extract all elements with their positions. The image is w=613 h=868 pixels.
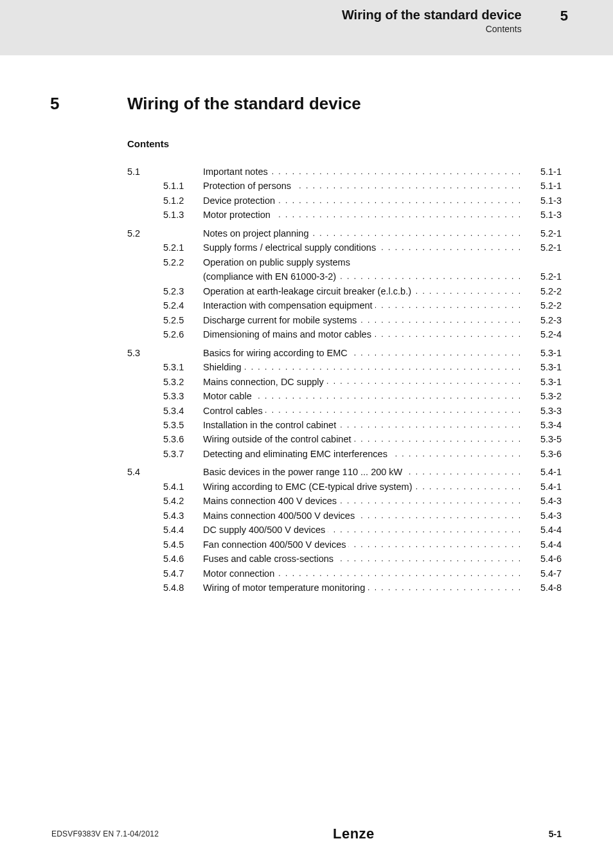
toc-num-level1: 5.4 [127, 465, 163, 479]
toc-row[interactable]: 5.3.2Mains connection, DC supply5.3-1 [127, 375, 562, 389]
toc-title: Important notes [203, 165, 520, 179]
toc-row[interactable]: 5.3.5Installation in the control cabinet… [127, 418, 562, 432]
toc-title: Basics for wiring according to EMC [203, 346, 520, 360]
toc-page: 5.3-1 [520, 346, 562, 360]
toc-num-level2: 5.3.7 [163, 447, 203, 461]
toc-row[interactable]: 5.2.3Operation at earth-leakage circuit … [127, 284, 562, 298]
toc-row[interactable]: 5.4.8Wiring of motor temperature monitor… [127, 581, 562, 595]
toc-title: Mains connection 400 V devices [203, 494, 520, 508]
toc-row[interactable]: 5.4.1Wiring according to EMC (CE-typical… [127, 480, 562, 494]
toc-page: 5.2-3 [520, 313, 562, 327]
toc-row[interactable]: 5.2.4Interaction with compensation equip… [127, 298, 562, 312]
toc-title: Installation in the control cabinet [203, 418, 520, 432]
toc-title: DC supply 400/500 V devices [203, 523, 520, 537]
toc-num-level2: 5.4.8 [163, 581, 203, 595]
toc-title: Mains connection, DC supply [203, 375, 520, 389]
section-number: 5 [50, 94, 127, 114]
toc-row[interactable]: 5.2.2Operation on public supply systems(… [127, 255, 562, 284]
toc-title: Operation on public supply systems(compl… [203, 255, 520, 284]
toc-row[interactable]: 5.4Basic devices in the power range 110 … [127, 465, 562, 479]
toc-num-level1: 5.2 [127, 226, 163, 240]
section-title: Wiring of the standard device [127, 94, 361, 114]
toc-page: 5.3-1 [520, 375, 562, 389]
toc-row[interactable]: 5.2.5Discharge current for mobile system… [127, 313, 562, 327]
toc-row[interactable]: 5.4.3Mains connection 400/500 V devices5… [127, 509, 562, 523]
toc-title: Supply forms / electrical supply conditi… [203, 240, 520, 255]
contents-label: Contents [127, 138, 613, 149]
toc-page: 5.2-1 [520, 269, 562, 284]
table-of-contents: 5.1Important notes5.1-15.1.1Protection o… [127, 165, 562, 595]
toc-row[interactable]: 5.1.2Device protection5.1-3 [127, 194, 562, 208]
toc-title: Motor cable [203, 389, 520, 403]
toc-num-level2: 5.2.3 [163, 284, 203, 298]
toc-num-level2: 5.2.1 [163, 240, 203, 255]
toc-page: 5.4-4 [520, 523, 562, 537]
header-bar: Wiring of the standard device Contents 5 [0, 0, 613, 55]
toc-row[interactable]: 5.3Basics for wiring according to EMC5.3… [127, 346, 562, 360]
toc-title: Wiring of motor temperature monitoring [203, 581, 520, 595]
footer-page: 5-1 [549, 829, 562, 839]
toc-num-level2: 5.3.2 [163, 375, 203, 389]
toc-num-level1: 5.3 [127, 346, 163, 360]
toc-title: Motor protection [203, 208, 520, 222]
toc-num-level1: 5.1 [127, 165, 163, 179]
toc-row[interactable]: 5.4.7Motor connection5.4-7 [127, 566, 562, 581]
toc-num-level2: 5.3.6 [163, 432, 203, 446]
toc-row[interactable]: 5.2.6Dimensioning of mains and motor cab… [127, 327, 562, 341]
toc-num-level2: 5.4.2 [163, 494, 203, 508]
header-title: Wiring of the standard device [342, 8, 522, 23]
toc-page: 5.3-3 [520, 404, 562, 418]
toc-row[interactable]: 5.1.3Motor protection5.1-3 [127, 208, 562, 222]
toc-title: Fuses and cable cross-sections [203, 552, 520, 566]
toc-row[interactable]: 5.4.5Fan connection 400/500 V devices5.4… [127, 538, 562, 552]
toc-page: 5.4-3 [520, 509, 562, 523]
footer: EDSVF9383V EN 7.1-04/2012 Lenze 5-1 [0, 826, 613, 842]
toc-title: Device protection [203, 194, 520, 208]
toc-title: Basic devices in the power range 110 ...… [203, 465, 520, 479]
toc-title: Operation at earth-leakage circuit break… [203, 284, 520, 298]
toc-page: 5.4-1 [520, 480, 562, 494]
toc-page: 5.3-1 [520, 360, 562, 374]
toc-title: Detecting and eliminating EMC interferen… [203, 447, 520, 461]
toc-num-level2: 5.4.4 [163, 523, 203, 537]
toc-row[interactable]: 5.3.4Control cables5.3-3 [127, 404, 562, 418]
toc-row[interactable]: 5.4.2Mains connection 400 V devices5.4-3 [127, 494, 562, 508]
toc-row[interactable]: 5.3.7Detecting and eliminating EMC inter… [127, 447, 562, 461]
toc-page: 5.4-1 [520, 465, 562, 479]
toc-num-level2: 5.3.5 [163, 418, 203, 432]
toc-page: 5.3-6 [520, 447, 562, 461]
toc-title: Protection of persons [203, 179, 520, 193]
toc-title: Fan connection 400/500 V devices [203, 538, 520, 552]
toc-num-level2: 5.4.7 [163, 566, 203, 581]
toc-row[interactable]: 5.1Important notes5.1-1 [127, 165, 562, 179]
toc-page: 5.1-3 [520, 194, 562, 208]
toc-row[interactable]: 5.3.6Wiring outside of the control cabin… [127, 432, 562, 446]
page: Wiring of the standard device Contents 5… [0, 0, 613, 868]
toc-page: 5.2-4 [520, 327, 562, 341]
toc-num-level2: 5.4.5 [163, 538, 203, 552]
toc-num-level2: 5.3.1 [163, 360, 203, 374]
toc-title-line1: Operation on public supply systems [203, 255, 520, 269]
toc-row[interactable]: 5.3.1Shielding5.3-1 [127, 360, 562, 374]
toc-page: 5.4-8 [520, 581, 562, 595]
toc-row[interactable]: 5.4.4DC supply 400/500 V devices5.4-4 [127, 523, 562, 537]
toc-num-level2: 5.1.3 [163, 208, 203, 222]
header-subtitle: Contents [342, 24, 522, 34]
toc-num-level2: 5.4.6 [163, 552, 203, 566]
toc-row[interactable]: 5.4.6Fuses and cable cross-sections5.4-6 [127, 552, 562, 566]
header-page-number: 5 [560, 8, 568, 24]
toc-row[interactable]: 5.3.3Motor cable5.3-2 [127, 389, 562, 403]
toc-page: 5.4-7 [520, 566, 562, 581]
toc-title: Motor connection [203, 566, 520, 581]
footer-doc-id: EDSVF9383V EN 7.1-04/2012 [51, 829, 159, 838]
toc-num-level2: 5.4.3 [163, 509, 203, 523]
toc-row[interactable]: 5.2Notes on project planning5.2-1 [127, 226, 562, 240]
toc-page: 5.4-6 [520, 552, 562, 566]
toc-title: Notes on project planning [203, 226, 520, 240]
toc-title: Wiring according to EMC (CE-typical driv… [203, 480, 520, 494]
toc-row[interactable]: 5.1.1Protection of persons5.1-1 [127, 179, 562, 193]
toc-page: 5.4-4 [520, 538, 562, 552]
toc-title: Shielding [203, 360, 520, 374]
toc-page: 5.4-3 [520, 494, 562, 508]
toc-row[interactable]: 5.2.1Supply forms / electrical supply co… [127, 240, 562, 255]
